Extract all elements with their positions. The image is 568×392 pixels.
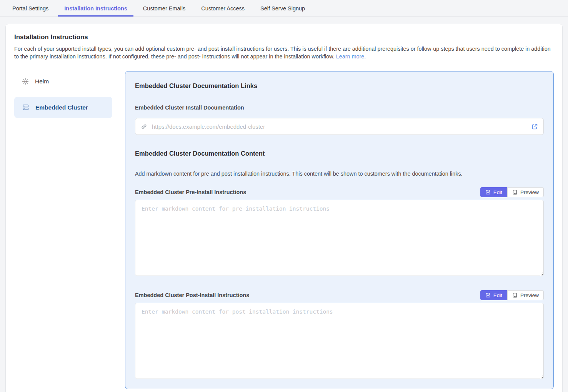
page-description: For each of your supported install types…	[14, 45, 551, 60]
pre-install-markdown-textarea[interactable]	[135, 200, 544, 276]
edit-button-label: Edit	[493, 189, 502, 195]
edit-pencil-icon	[485, 189, 491, 195]
install-types-sidebar: HELM Helm Embedded Cluster	[14, 71, 112, 118]
helm-icon: HELM	[22, 78, 29, 85]
documentation-links-heading: Embedded Cluster Documentation Links	[135, 81, 544, 90]
content-row: HELM Helm Embedded Cluster	[14, 71, 554, 389]
install-documentation-label: Embedded Cluster Install Documentation	[135, 104, 544, 111]
post-install-preview-button[interactable]: Preview	[507, 290, 544, 300]
tab-customer-emails[interactable]: Customer Emails	[143, 0, 185, 17]
install-documentation-url-input[interactable]	[151, 123, 528, 130]
server-stack-icon	[22, 104, 29, 111]
sidebar-item-label: Helm	[35, 78, 49, 85]
sidebar-item-helm[interactable]: HELM Helm	[14, 74, 112, 89]
pre-install-edit-button[interactable]: Edit	[480, 187, 507, 197]
documentation-content-heading: Embedded Cluster Documentation Content	[135, 149, 544, 158]
learn-more-suffix: .	[364, 53, 366, 60]
edit-pencil-icon	[485, 292, 491, 298]
settings-tabbar: Portal Settings Installation Instruction…	[0, 0, 568, 17]
post-install-label: Embedded Cluster Post-Install Instructio…	[135, 291, 249, 299]
pre-install-preview-button[interactable]: Preview	[507, 187, 544, 197]
post-install-edit-button[interactable]: Edit	[480, 290, 507, 300]
preview-button-label: Preview	[520, 189, 539, 195]
pre-install-label-row: Embedded Cluster Pre-Install Instruction…	[135, 187, 544, 197]
preview-book-icon	[512, 189, 518, 195]
tab-installation-instructions[interactable]: Installation Instructions	[64, 0, 127, 17]
edit-button-label: Edit	[493, 292, 502, 298]
install-documentation-url-field	[135, 118, 544, 135]
post-install-mode-toggle: Edit Preview	[480, 290, 544, 300]
installation-instructions-card: Installation Instructions For each of yo…	[5, 24, 563, 392]
svg-text:HELM: HELM	[23, 81, 27, 82]
tab-portal-settings[interactable]: Portal Settings	[12, 0, 48, 17]
page-title: Installation Instructions	[14, 33, 554, 41]
embedded-cluster-panel: Embedded Cluster Documentation Links Emb…	[125, 71, 554, 389]
sidebar-item-label: Embedded Cluster	[35, 104, 88, 111]
preview-book-icon	[512, 292, 518, 298]
page-description-text: For each of your supported install types…	[14, 46, 551, 60]
pre-install-label: Embedded Cluster Pre-Install Instruction…	[135, 188, 246, 196]
learn-more-link[interactable]: Learn more	[336, 53, 365, 60]
tab-self-serve-signup[interactable]: Self Serve Signup	[260, 0, 305, 17]
link-chain-icon	[141, 123, 147, 130]
pre-install-mode-toggle: Edit Preview	[480, 187, 544, 197]
post-install-label-row: Embedded Cluster Post-Install Instructio…	[135, 290, 544, 300]
post-install-markdown-textarea[interactable]	[135, 303, 544, 379]
documentation-content-description: Add markdown content for pre and post in…	[135, 170, 544, 178]
tab-customer-access[interactable]: Customer Access	[201, 0, 245, 17]
preview-button-label: Preview	[520, 292, 539, 298]
sidebar-item-embedded-cluster[interactable]: Embedded Cluster	[14, 97, 112, 118]
open-external-link-icon[interactable]	[531, 123, 538, 130]
